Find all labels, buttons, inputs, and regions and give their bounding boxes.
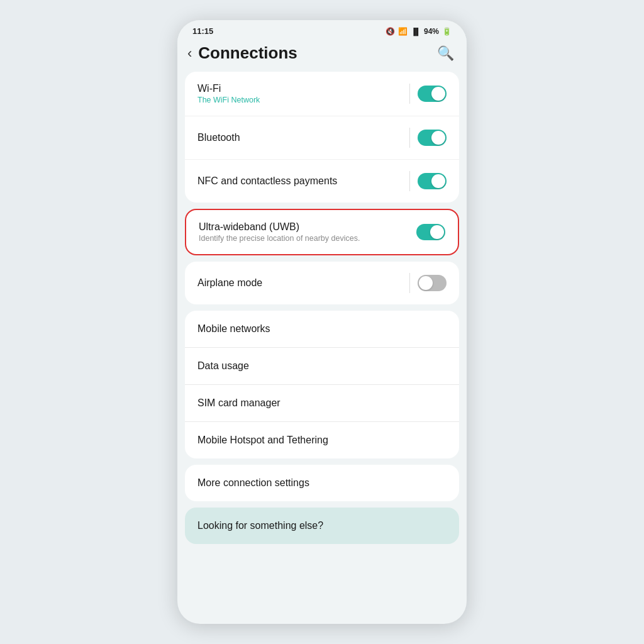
- card-main-toggles: Wi-Fi The WiFi Network Bluetooth: [185, 72, 459, 203]
- signal-icon: ▐▌: [411, 28, 421, 35]
- more-settings-card: More connection settings: [185, 465, 459, 501]
- more-settings-label: More connection settings: [197, 477, 309, 489]
- more-settings-row[interactable]: More connection settings: [185, 465, 459, 501]
- sim-card-row[interactable]: SIM card manager: [185, 385, 459, 422]
- bluetooth-toggle-knob: [431, 131, 445, 145]
- page-header: ‹ Connections 🔍: [177, 38, 467, 72]
- divider: [409, 84, 410, 104]
- wifi-network-name: The WiFi Network: [197, 96, 260, 104]
- uwb-sublabel: Identify the precise location of nearby …: [199, 234, 360, 243]
- back-button[interactable]: ‹: [187, 45, 192, 62]
- uwb-row[interactable]: Ultra-wideband (UWB) Identify the precis…: [186, 210, 458, 254]
- bottom-spacer: [185, 550, 459, 555]
- search-button[interactable]: 🔍: [437, 45, 454, 62]
- bluetooth-toggle[interactable]: [418, 130, 447, 146]
- wifi-toggle[interactable]: [418, 86, 447, 102]
- looking-for-label: Looking for something else?: [197, 520, 323, 531]
- uwb-toggle[interactable]: [416, 224, 445, 240]
- bluetooth-label: Bluetooth: [197, 132, 240, 143]
- battery-level: 94%: [424, 27, 439, 36]
- mute-icon: 🔇: [386, 27, 395, 36]
- nfc-row[interactable]: NFC and contactless payments: [185, 160, 459, 203]
- wifi-toggle-knob: [431, 87, 445, 101]
- nfc-toggle-knob: [431, 174, 445, 188]
- bluetooth-row[interactable]: Bluetooth: [185, 116, 459, 160]
- wifi-label: Wi-Fi: [197, 83, 260, 94]
- airplane-label: Airplane mode: [197, 277, 262, 289]
- divider: [409, 273, 410, 293]
- mobile-networks-row[interactable]: Mobile networks: [185, 311, 459, 348]
- divider: [409, 128, 410, 148]
- divider: [409, 171, 410, 191]
- data-usage-row[interactable]: Data usage: [185, 348, 459, 385]
- mobile-networks-label: Mobile networks: [197, 323, 270, 335]
- airplane-card: Airplane mode: [185, 262, 459, 304]
- wifi-row[interactable]: Wi-Fi The WiFi Network: [185, 72, 459, 116]
- network-card: Mobile networks Data usage SIM card mana…: [185, 311, 459, 458]
- sim-card-label: SIM card manager: [197, 397, 280, 409]
- uwb-toggle-knob: [430, 225, 444, 239]
- data-usage-label: Data usage: [197, 360, 249, 372]
- phone-frame: 11:15 🔇 📶 ▐▌ 94% 🔋 ‹ Connections 🔍 Wi-Fi…: [177, 20, 467, 624]
- bottom-card[interactable]: Looking for something else?: [185, 508, 459, 544]
- settings-content: Wi-Fi The WiFi Network Bluetooth: [177, 72, 467, 624]
- uwb-card[interactable]: Ultra-wideband (UWB) Identify the precis…: [185, 209, 459, 255]
- nfc-toggle[interactable]: [418, 173, 447, 189]
- uwb-label: Ultra-wideband (UWB): [199, 221, 360, 233]
- time: 11:15: [192, 26, 213, 36]
- airplane-toggle-knob: [419, 276, 433, 290]
- status-icons: 🔇 📶 ▐▌ 94% 🔋: [386, 27, 452, 36]
- battery-icon: 🔋: [442, 27, 452, 36]
- airplane-toggle[interactable]: [418, 275, 447, 291]
- hotspot-label: Mobile Hotspot and Tethering: [197, 435, 328, 446]
- nfc-label: NFC and contactless payments: [197, 175, 337, 187]
- hotspot-row[interactable]: Mobile Hotspot and Tethering: [185, 422, 459, 458]
- page-title: Connections: [198, 43, 297, 63]
- wifi-icon: 📶: [398, 27, 408, 36]
- airplane-row[interactable]: Airplane mode: [185, 262, 459, 304]
- status-bar: 11:15 🔇 📶 ▐▌ 94% 🔋: [177, 20, 467, 38]
- looking-for-row[interactable]: Looking for something else?: [185, 508, 459, 544]
